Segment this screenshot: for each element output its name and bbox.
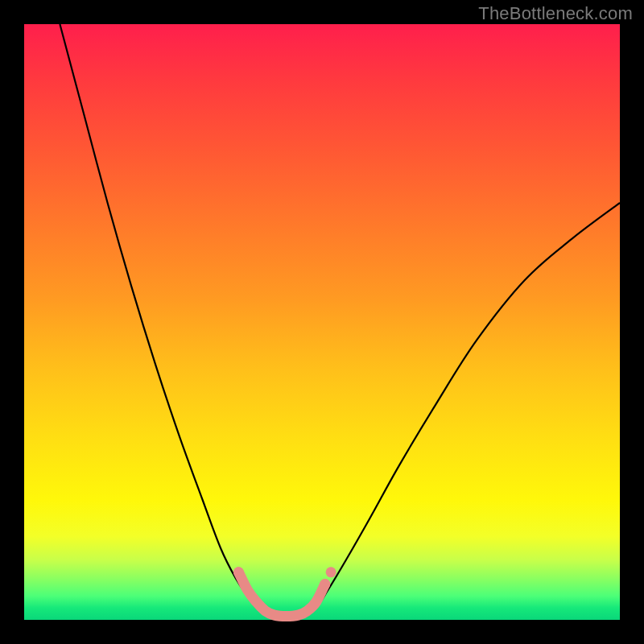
plot-area [24,24,620,620]
marker-dot [326,567,336,577]
marker-endcap [320,579,330,589]
right-curve [304,203,620,617]
watermark-text: TheBottleneck.com [478,3,633,24]
marker-endcap [233,567,244,577]
left-curve [60,24,274,617]
chart-svg [24,24,620,620]
chart-frame: TheBottleneck.com [0,0,644,644]
marker-path [238,572,324,617]
